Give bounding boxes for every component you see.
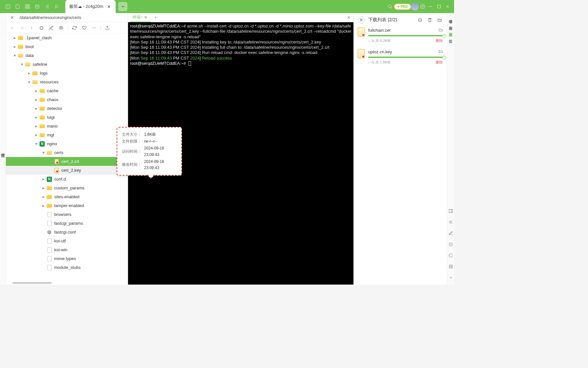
refresh-strip-icon[interactable] <box>449 253 453 258</box>
right-item-downloads[interactable]: 下载列表 <box>448 29 453 31</box>
file-tree[interactable]: ▸.1panel_clash▸boot▾data▾safeline▸logs▾r… <box>6 33 128 285</box>
tree-row[interactable]: ▸mime.types <box>6 254 128 263</box>
tree-row[interactable]: ▸Nconf.d <box>6 175 128 184</box>
tree-row[interactable]: ▸koi-win <box>6 245 128 254</box>
expand-icon[interactable]: ▸ <box>12 44 17 49</box>
expand-icon[interactable]: ▸ <box>34 133 39 137</box>
collapse-icon[interactable]: ▾ <box>41 150 46 155</box>
up-icon[interactable]: ↑ <box>27 24 36 32</box>
stack-icon[interactable] <box>449 264 453 270</box>
home-icon[interactable] <box>37 24 46 32</box>
back-icon[interactable]: ← <box>8 24 16 32</box>
favorite-icon[interactable] <box>80 24 89 32</box>
refresh-icon[interactable] <box>70 24 79 32</box>
chevron-down-icon[interactable] <box>449 275 453 281</box>
collapse-icon[interactable]: ▾ <box>34 142 39 146</box>
close-tab-icon[interactable]: ✕ <box>106 4 112 9</box>
path-text[interactable]: /data/safeline/resources/nginx/certs <box>18 15 126 21</box>
close-icon[interactable] <box>444 3 451 10</box>
expand-icon[interactable]: ▸ <box>34 115 39 120</box>
tree-row[interactable]: ▸logs <box>6 69 128 78</box>
close-downloads-icon[interactable]: ✕ <box>358 16 365 24</box>
tree-row[interactable]: ▸tamper-enabled <box>6 201 128 210</box>
expand-icon[interactable]: ▸ <box>34 89 39 93</box>
right-item-monitor[interactable]: 监控 <box>448 35 453 38</box>
tree-row[interactable]: ▾safeline <box>6 60 128 69</box>
expand-icon[interactable]: ▸ <box>41 195 46 199</box>
clear-list-icon[interactable] <box>427 17 433 23</box>
grid-icon[interactable] <box>24 3 31 10</box>
avatar[interactable] <box>411 3 419 10</box>
gear-icon[interactable] <box>419 3 427 10</box>
tree-row[interactable]: ▸cert_2.key <box>6 166 128 175</box>
right-item-uploads[interactable]: 上传列表 <box>448 22 453 25</box>
new-file-icon[interactable] <box>14 3 22 10</box>
tree-row[interactable]: ▾Nnginx <box>6 139 128 148</box>
tree-row[interactable]: ▸fastcgi_params <box>6 219 128 228</box>
tree-row[interactable]: ▸cert_2.crt <box>6 157 128 166</box>
delete-download-button[interactable]: 删除 <box>436 60 443 65</box>
reveal-in-folder-icon[interactable] <box>438 27 443 33</box>
tree-row[interactable]: ▸mario <box>6 122 128 131</box>
right-item-bookmarks[interactable]: 书签管理 <box>448 16 453 18</box>
open-folder-icon[interactable] <box>436 17 443 23</box>
close-terminal-tab-icon[interactable]: ✕ <box>144 15 147 20</box>
terminal-tab[interactable]: 终端~ ✕ <box>129 13 151 22</box>
collapse-icon[interactable]: ▾ <box>20 62 24 67</box>
expand-icon[interactable]: ▸ <box>34 97 39 102</box>
delete-download-button[interactable]: 删除 <box>436 38 443 43</box>
expand-icon[interactable]: ▸ <box>41 177 46 182</box>
tree-row[interactable]: ▸detector <box>6 104 128 113</box>
tree-row[interactable]: ▸koi-utf <box>6 237 128 245</box>
minimize-icon[interactable] <box>427 3 434 10</box>
reveal-in-folder-icon[interactable] <box>438 49 443 55</box>
tree-row[interactable]: ▸cache <box>6 86 128 95</box>
edit-path-icon[interactable] <box>47 24 56 32</box>
tree-row[interactable]: ▾data <box>6 51 128 60</box>
tree-row[interactable]: ▸browsers <box>6 210 128 219</box>
upload-icon[interactable] <box>103 24 112 32</box>
search-icon[interactable] <box>386 3 394 10</box>
expand-icon[interactable]: ▸ <box>34 106 39 111</box>
horizontal-scrollbar[interactable] <box>12 282 52 284</box>
tree-row[interactable]: ▸module_stubs <box>6 263 128 272</box>
maximize-icon[interactable] <box>435 3 443 10</box>
expand-icon[interactable]: ▸ <box>41 203 46 208</box>
list-icon[interactable] <box>43 3 51 10</box>
tree-row[interactable]: ▸fastcgi.conf <box>6 228 128 237</box>
show-hidden-icon[interactable] <box>57 24 65 32</box>
terminal-in-icon[interactable] <box>4 3 12 10</box>
collapse-icon[interactable]: ▾ <box>27 80 31 84</box>
tree-row[interactable]: ▸chaos <box>6 95 128 104</box>
history-icon[interactable] <box>449 242 453 247</box>
collapse-icon[interactable]: ▾ <box>12 53 17 58</box>
wrench-icon[interactable] <box>53 3 61 10</box>
more-icon[interactable]: ⋯ <box>90 24 98 32</box>
expand-icon[interactable]: ▸ <box>27 71 31 76</box>
snippet-icon[interactable] <box>33 3 41 10</box>
expand-icon[interactable]: ▸ <box>34 124 39 129</box>
expand-icon[interactable]: ▸ <box>41 186 46 190</box>
tree-row[interactable]: ▾certs <box>6 148 128 157</box>
tab-dropdown-icon[interactable] <box>118 2 127 11</box>
clear-completed-icon[interactable] <box>417 17 423 23</box>
tree-row[interactable]: ▸.1panel_clash <box>6 33 128 42</box>
tree-row[interactable]: ▸mgt <box>6 131 128 139</box>
download-title: 下载列表 (2/2) <box>368 17 397 23</box>
tree-row[interactable]: ▸sites-enabled <box>6 192 128 201</box>
add-terminal-tab-icon[interactable]: + <box>152 14 159 21</box>
panel-toggle-icon[interactable] <box>449 209 453 214</box>
tree-row[interactable]: ▸luigi <box>6 113 128 122</box>
certificate-icon <box>54 159 59 165</box>
tree-row[interactable]: ▾resources <box>6 78 128 86</box>
tree-row[interactable]: ▸custom_params <box>6 184 128 192</box>
forward-icon[interactable]: → <box>18 24 26 32</box>
close-panel-icon[interactable]: ✕ <box>8 13 16 22</box>
edit-icon[interactable] <box>449 231 453 236</box>
close-terminal-panel-icon[interactable]: ✕ <box>345 14 352 21</box>
file-manager-sidebar-label[interactable]: 文件管理 <box>0 13 6 285</box>
main-tab[interactable]: 极简☁ - 2c4g20m ✕ <box>65 0 116 13</box>
command-icon[interactable] <box>449 220 453 225</box>
expand-icon[interactable]: ▸ <box>12 36 17 40</box>
tree-row[interactable]: ▸boot <box>6 42 128 51</box>
